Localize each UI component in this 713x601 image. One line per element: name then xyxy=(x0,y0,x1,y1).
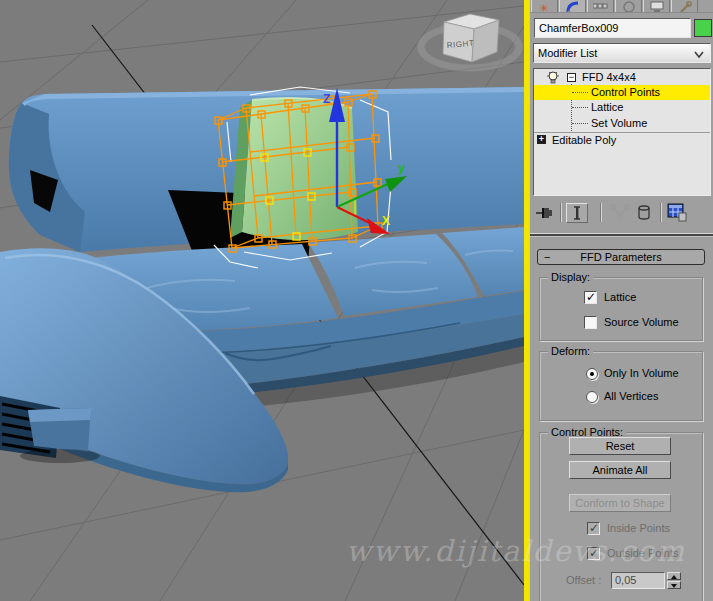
motion-icon xyxy=(623,1,635,13)
command-panel: ✳ xyxy=(529,0,713,601)
stack-item-label: FFD 4x4x4 xyxy=(582,70,636,85)
hierarchy-icon xyxy=(593,3,608,11)
rollout-title-label: FFD Parameters xyxy=(580,251,661,263)
modifier-enabled-bulb-icon[interactable] xyxy=(547,71,559,85)
tab-create[interactable]: ✳ xyxy=(531,0,558,13)
outside-points-checkbox[interactable] xyxy=(587,547,600,560)
modifier-list-label: Modifier List xyxy=(538,47,597,59)
stack-subitem-lattice[interactable]: Lattice xyxy=(534,100,710,115)
tab-hierarchy[interactable] xyxy=(587,0,614,13)
spinner-down-icon xyxy=(671,584,677,588)
control-points-group: Control Points: Reset Animate All Confor… xyxy=(539,432,703,601)
modify-icon xyxy=(566,1,580,13)
configure-modifier-sets-button[interactable] xyxy=(667,203,689,223)
reset-button[interactable]: Reset xyxy=(569,437,671,455)
stack-subitem-label: Set Volume xyxy=(591,116,647,131)
stack-item-editable-poly[interactable]: Editable Poly xyxy=(534,132,710,147)
all-vertices-radio-label[interactable]: All Vertices xyxy=(604,390,658,402)
panel-divider xyxy=(530,233,713,237)
show-end-result-icon xyxy=(567,204,587,222)
command-panel-tabs: ✳ xyxy=(530,0,713,13)
tab-motion[interactable] xyxy=(615,0,642,13)
pin-stack-icon xyxy=(535,203,557,223)
rollout-collapse-icon: − xyxy=(544,250,550,264)
object-name-input[interactable] xyxy=(534,18,691,38)
collapse-node-box[interactable]: − xyxy=(567,73,576,82)
viewport-scene: Z y X RIGHT xyxy=(0,0,524,601)
only-in-volume-radio-label[interactable]: Only In Volume xyxy=(604,367,679,379)
offset-input[interactable]: 0,05 xyxy=(611,572,665,589)
modifier-list-dropdown[interactable]: Modifier List xyxy=(533,43,711,63)
stack-toolbar xyxy=(530,201,713,227)
make-unique-button[interactable] xyxy=(609,203,631,223)
show-end-result-button[interactable] xyxy=(566,203,588,223)
axis-z-label: Z xyxy=(323,92,330,106)
deform-group: Deform: Only In Volume All Vertices xyxy=(539,351,703,421)
conform-to-shape-button[interactable]: Conform to Shape xyxy=(569,494,671,512)
offset-spinner xyxy=(667,572,681,589)
only-in-volume-radio[interactable] xyxy=(586,368,598,380)
chevron-down-icon xyxy=(693,49,705,59)
configure-modifier-sets-icon xyxy=(667,203,687,222)
remove-modifier-button[interactable] xyxy=(634,203,656,223)
display-group: Display: Lattice Source Volume xyxy=(539,277,703,341)
tab-utilities[interactable] xyxy=(671,0,698,13)
deform-group-label: Deform: xyxy=(548,345,593,357)
outside-points-checkbox-label[interactable]: Outside Points xyxy=(607,547,679,559)
lattice-checkbox-label[interactable]: Lattice xyxy=(604,291,636,303)
offset-label: Offset : xyxy=(566,574,601,586)
inside-points-checkbox[interactable] xyxy=(587,522,600,535)
animate-all-button[interactable]: Animate All xyxy=(569,461,671,479)
pin-stack-button[interactable] xyxy=(535,203,557,223)
spinner-up-icon xyxy=(671,575,677,579)
stack-subitem-control-points[interactable]: Control Points xyxy=(534,85,710,100)
stack-item-label: Editable Poly xyxy=(552,133,616,148)
display-icon xyxy=(650,1,664,12)
remove-modifier-icon xyxy=(634,203,654,223)
stack-item-ffd[interactable]: − FFD 4x4x4 xyxy=(534,70,710,85)
modifier-stack: − FFD 4x4x4 Control Points Lattice Set V… xyxy=(533,68,711,196)
stack-subitem-label: Lattice xyxy=(591,100,623,115)
spinner-down-button[interactable] xyxy=(667,581,681,589)
ffd-parameters-rollout-header[interactable]: − FFD Parameters xyxy=(537,249,705,265)
stack-subitem-set-volume[interactable]: Set Volume xyxy=(534,116,710,131)
tab-display[interactable] xyxy=(643,0,670,13)
perspective-viewport[interactable]: Z y X RIGHT xyxy=(0,0,524,601)
inside-points-checkbox-label[interactable]: Inside Points xyxy=(607,522,670,534)
axis-y-label: y xyxy=(398,161,405,175)
view-cube[interactable]: RIGHT xyxy=(417,14,523,71)
stack-subitem-label: Control Points xyxy=(591,85,660,100)
object-color-swatch[interactable] xyxy=(694,19,712,37)
lattice-checkbox[interactable] xyxy=(584,291,597,304)
source-volume-checkbox[interactable] xyxy=(584,316,597,329)
display-group-label: Display: xyxy=(548,271,593,283)
make-unique-icon xyxy=(609,203,631,223)
axis-x-label: X xyxy=(382,214,390,228)
tab-modify[interactable] xyxy=(559,0,586,13)
spinner-up-button[interactable] xyxy=(667,572,681,580)
source-volume-checkbox-label[interactable]: Source Volume xyxy=(604,316,679,328)
utilities-icon xyxy=(679,1,692,13)
application-window: Z y X RIGHT www.dijitaldevs.com ✳ xyxy=(0,0,713,601)
create-icon: ✳ xyxy=(539,2,548,13)
all-vertices-radio[interactable] xyxy=(586,391,598,403)
